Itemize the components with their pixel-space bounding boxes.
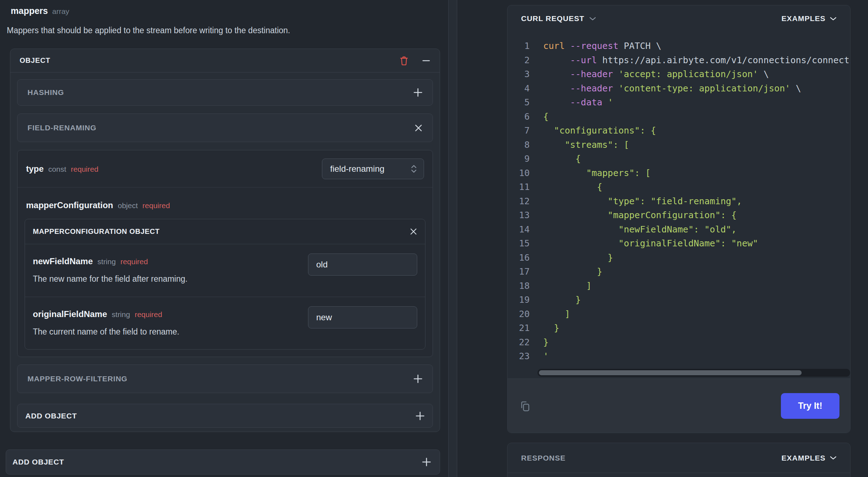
code-line-number: 7 bbox=[508, 125, 530, 136]
code-line: 7 "configurations": { bbox=[508, 124, 850, 138]
code-line-number: 1 bbox=[508, 41, 530, 51]
code-line-number: 2 bbox=[508, 55, 530, 65]
original-field-name-description: The current name of the field to rename. bbox=[33, 327, 179, 337]
type-prop-required: required bbox=[71, 165, 99, 174]
code-line: 18 ] bbox=[508, 279, 850, 293]
code-line: 15 "originalFieldName": "new" bbox=[508, 236, 850, 251]
section-hashing[interactable]: HASHING bbox=[17, 79, 433, 106]
field-name: mappers bbox=[11, 6, 48, 16]
object-card-header: OBJECT bbox=[10, 49, 440, 72]
chevron-down-icon bbox=[589, 17, 596, 21]
response-header: RESPONSE EXAMPLES bbox=[508, 443, 850, 473]
new-field-name-label: newFieldName bbox=[33, 256, 93, 266]
add-object-outer-label: ADD OBJECT bbox=[12, 458, 64, 466]
code-line-content: "type": "field-renaming", bbox=[543, 196, 742, 206]
original-field-name-row: originalFieldName string required The cu… bbox=[25, 297, 425, 349]
add-object-inner-button[interactable]: ADD OBJECT bbox=[17, 404, 433, 428]
request-examples-dropdown[interactable]: EXAMPLES bbox=[781, 14, 837, 23]
field-renaming-editor: type const required field-renaming mappe… bbox=[17, 150, 433, 357]
object-card-title: OBJECT bbox=[20, 56, 50, 65]
code-lines: 1curl --request PATCH \2 --url https://a… bbox=[508, 39, 850, 363]
original-field-name-input[interactable] bbox=[308, 306, 417, 328]
expand-plus-icon[interactable] bbox=[422, 457, 431, 467]
code-line: 8 "streams": [ bbox=[508, 138, 850, 152]
collapse-minus-icon[interactable] bbox=[422, 56, 430, 65]
expand-plus-icon[interactable] bbox=[415, 411, 425, 421]
panel-divider bbox=[457, 0, 457, 477]
scroll-gutter[interactable] bbox=[449, 0, 457, 477]
mapper-config-badge: object bbox=[118, 201, 138, 210]
code-line-content: "mappers": [ bbox=[543, 168, 651, 178]
original-field-name-label: originalFieldName bbox=[33, 309, 107, 319]
code-line-content: ] bbox=[543, 281, 591, 291]
mapper-configuration-card-header: MAPPERCONFIGURATION OBJECT bbox=[25, 219, 425, 244]
code-line-content: { bbox=[543, 182, 602, 192]
code-line-content: { bbox=[543, 111, 549, 122]
code-line-number: 5 bbox=[508, 97, 530, 107]
code-horizontal-scrollbar[interactable] bbox=[538, 369, 850, 377]
code-line-number: 17 bbox=[508, 266, 530, 277]
response-examples-dropdown[interactable]: EXAMPLES bbox=[781, 454, 837, 462]
field-heading: mappers array bbox=[11, 6, 69, 16]
code-line-number: 23 bbox=[508, 351, 530, 361]
code-line-content: "mapperConfiguration": { bbox=[543, 210, 737, 220]
mapper-config-row: mapperConfiguration object required bbox=[25, 195, 425, 219]
type-prop-name: type bbox=[26, 164, 44, 174]
code-line: 13 "mapperConfiguration": { bbox=[508, 208, 850, 222]
close-x-icon[interactable] bbox=[414, 124, 423, 132]
copy-icon[interactable] bbox=[519, 400, 531, 412]
expand-plus-icon[interactable] bbox=[413, 88, 423, 97]
add-object-outer-button[interactable]: ADD OBJECT bbox=[6, 450, 440, 475]
new-field-name-required: required bbox=[120, 257, 148, 266]
code-line-content: } bbox=[543, 323, 559, 333]
curl-card-footer: Try It! bbox=[508, 378, 850, 433]
response-card: RESPONSE EXAMPLES bbox=[507, 443, 851, 477]
new-field-name-input[interactable] bbox=[308, 253, 417, 276]
code-line-number: 22 bbox=[508, 337, 530, 347]
code-line-number: 13 bbox=[508, 210, 530, 220]
section-mapper-row-filtering[interactable]: MAPPER-ROW-FILTERING bbox=[17, 365, 433, 393]
chevron-down-icon bbox=[830, 17, 837, 21]
code-line-content: } bbox=[543, 295, 581, 305]
code-line-content: --header 'content-type: application/json… bbox=[543, 83, 801, 94]
field-description: Mappers that should be applied to the st… bbox=[7, 26, 290, 35]
code-line-content: } bbox=[543, 337, 549, 347]
code-line-content: ] bbox=[543, 309, 570, 319]
code-line-content: curl --request PATCH \ bbox=[543, 41, 661, 51]
type-prop-badge: const bbox=[48, 165, 66, 174]
try-it-button[interactable]: Try It! bbox=[781, 393, 839, 419]
code-line: 21 } bbox=[508, 321, 850, 335]
code-line-number: 10 bbox=[508, 168, 530, 178]
code-line: 6{ bbox=[508, 110, 850, 124]
code-line-content: --data ' bbox=[543, 97, 613, 107]
code-scrollbar-thumb[interactable] bbox=[539, 370, 802, 375]
new-field-name-row: newFieldName string required The new nam… bbox=[25, 244, 425, 297]
code-line-number: 16 bbox=[508, 252, 530, 263]
section-field-renaming[interactable]: FIELD-RENAMING bbox=[17, 114, 433, 142]
section-mapper-row-filtering-label: MAPPER-ROW-FILTERING bbox=[27, 375, 127, 383]
curl-request-title-group[interactable]: CURL REQUEST bbox=[521, 14, 596, 23]
code-line-number: 6 bbox=[508, 111, 530, 122]
code-line-content: --header 'accept: application/json' \ bbox=[543, 69, 769, 79]
code-line-content: } bbox=[543, 266, 602, 277]
close-x-icon[interactable] bbox=[410, 228, 417, 235]
code-line: 9 { bbox=[508, 152, 850, 166]
code-line: 10 "mappers": [ bbox=[508, 166, 850, 180]
trash-icon[interactable] bbox=[399, 55, 409, 66]
curl-request-title: CURL REQUEST bbox=[521, 14, 584, 23]
type-select[interactable]: field-renaming bbox=[322, 159, 424, 179]
mapper-config-name: mapperConfiguration bbox=[26, 200, 113, 210]
type-row: type const required field-renaming bbox=[17, 150, 433, 187]
expand-plus-icon[interactable] bbox=[413, 374, 423, 383]
chevron-down-icon bbox=[830, 456, 837, 460]
code-line: 23' bbox=[508, 349, 850, 363]
section-field-renaming-label: FIELD-RENAMING bbox=[27, 124, 96, 132]
code-line-number: 11 bbox=[508, 182, 530, 192]
code-line: 14 "newFieldName": "old", bbox=[508, 222, 850, 237]
curl-code-block[interactable]: 1curl --request PATCH \2 --url https://a… bbox=[508, 32, 850, 370]
code-line: 1curl --request PATCH \ bbox=[508, 39, 850, 53]
code-line: 11 { bbox=[508, 180, 850, 194]
new-field-name-description: The new name for the field after renamin… bbox=[33, 274, 187, 284]
code-line-number: 20 bbox=[508, 309, 530, 319]
code-line-content: { bbox=[543, 154, 581, 164]
